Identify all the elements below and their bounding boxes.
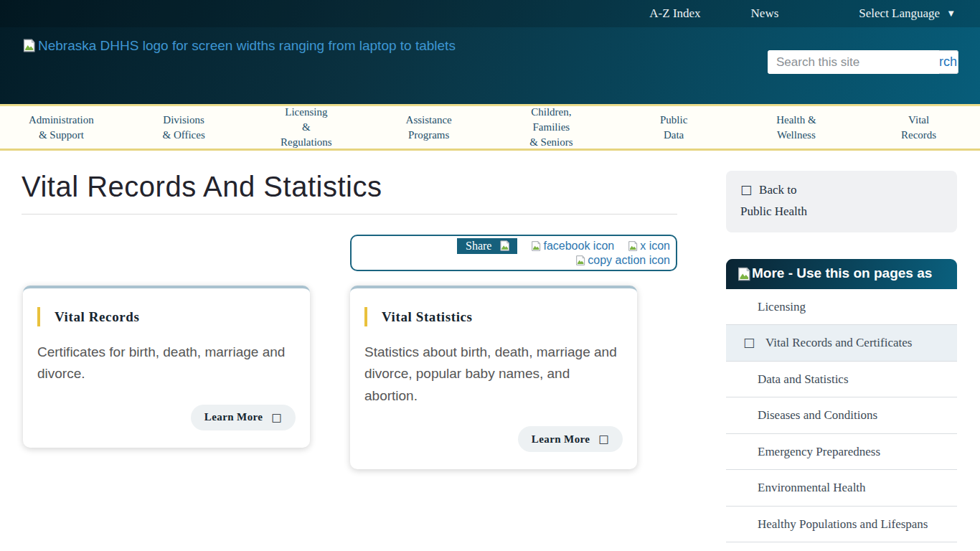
facebook-icon-alt-text: facebook icon <box>543 240 614 253</box>
page-title: Vital Records And Statistics <box>22 171 677 203</box>
vital-records-card: Vital Records Certificates for birth, de… <box>23 286 310 448</box>
broken-image-icon <box>22 37 37 54</box>
nav-divisions-offices[interactable]: Divisions & Offices <box>123 106 245 149</box>
sidebar-item-label: Environmental Health <box>758 481 866 494</box>
x-icon-alt-text: x icon <box>640 240 670 253</box>
broken-image-icon <box>499 239 511 253</box>
card-title: Vital Records <box>55 309 139 325</box>
learn-more-button[interactable]: Learn More □ <box>191 405 296 430</box>
sidebar-item-licensing[interactable]: Licensing <box>726 289 957 326</box>
sidebar-item-health-disparities[interactable]: Health Disparities <box>726 542 957 551</box>
learn-more-label: Learn More <box>532 433 590 446</box>
share-button[interactable]: Share <box>457 238 517 254</box>
language-selector-label: Select Language <box>859 6 940 21</box>
learn-more-button[interactable]: Learn More □ <box>518 426 623 452</box>
active-marker-placeholder-icon: □ <box>743 334 755 352</box>
card-grid: Vital Records Certificates for birth, de… <box>22 286 677 469</box>
sidebar-item-label: Healthy Populations and Lifespans <box>758 517 928 531</box>
copy-action-icon-alt-text: copy action icon <box>588 254 670 267</box>
gold-accent-bar <box>37 307 40 326</box>
site-header: A-Z Index News Select Language ▼ Nebrask… <box>0 0 980 104</box>
card-description: Statistics about birth, death, marriage … <box>364 342 623 407</box>
share-copy-link-button[interactable]: copy action icon <box>575 254 670 267</box>
nav-vital-records[interactable]: Vital Records <box>857 106 980 149</box>
title-divider <box>22 214 677 215</box>
news-link[interactable]: News <box>751 6 779 21</box>
sidebar-section-header: More - Use this on pages as <box>726 259 957 289</box>
brand-row: Nebraska DHHS logo for screen widths ran… <box>0 27 980 74</box>
vital-statistics-card: Vital Statistics Statistics about birth,… <box>350 286 637 469</box>
sidebar-item-label: Licensing <box>758 300 806 314</box>
nav-health-wellness[interactable]: Health & Wellness <box>735 106 858 149</box>
chevron-down-icon: ▼ <box>946 8 956 19</box>
search-input[interactable] <box>768 50 939 74</box>
sidebar-item-diseases-and-conditions[interactable]: Diseases and Conditions <box>726 397 957 434</box>
az-index-link[interactable]: A-Z Index <box>649 6 700 21</box>
main-column: Vital Records And Statistics Share faceb… <box>22 171 677 551</box>
arrow-placeholder-icon: □ <box>271 411 282 424</box>
logo-alt-text: Nebraska DHHS logo for screen widths ran… <box>38 37 456 55</box>
back-to-public-health-link[interactable]: □Back to Public Health <box>726 171 957 232</box>
share-x-button[interactable]: x icon <box>627 240 670 253</box>
search-button[interactable]: rch <box>939 55 958 70</box>
sidebar-item-label: Data and Statistics <box>758 372 849 386</box>
sidebar-item-environmental-health[interactable]: Environmental Health <box>726 470 957 507</box>
nav-public-data[interactable]: Public Data <box>613 106 735 149</box>
nav-administration-support[interactable]: Administration & Support <box>0 106 123 149</box>
arrow-placeholder-icon: □ <box>598 433 609 446</box>
nav-children-families-seniors[interactable]: Children, Families & Seniors <box>490 106 613 149</box>
main-navigation: Administration & Support Divisions & Off… <box>0 104 980 151</box>
site-logo-link[interactable]: Nebraska DHHS logo for screen widths ran… <box>22 37 456 74</box>
share-toolbar: Share facebook icon x icon c <box>350 235 677 271</box>
back-to-target-label: Public Health <box>740 204 807 218</box>
broken-image-icon <box>627 240 639 253</box>
sidebar-item-label: Emergency Preparedness <box>758 445 880 458</box>
utility-bar: A-Z Index News Select Language ▼ <box>0 0 980 27</box>
sidebar-header-alt-text: More - Use this on pages as <box>752 265 932 281</box>
right-sidebar: □Back to Public Health More - Use this o… <box>726 171 957 551</box>
sidebar-item-data-and-statistics[interactable]: Data and Statistics <box>726 362 957 398</box>
site-search: rch <box>768 50 958 74</box>
back-to-label: Back to <box>759 183 796 197</box>
sidebar-item-healthy-populations-and-lifespans[interactable]: Healthy Populations and Lifespans <box>726 507 957 543</box>
dhhs-webpage: A-Z Index News Select Language ▼ Nebrask… <box>0 0 980 551</box>
sidebar-item-vital-records-and-certificates[interactable]: □ Vital Records and Certificates <box>726 325 957 362</box>
card-title: Vital Statistics <box>382 309 473 325</box>
back-arrow-placeholder-icon: □ <box>740 182 752 197</box>
broken-image-icon <box>575 254 586 267</box>
page-content: Vital Records And Statistics Share faceb… <box>0 151 980 551</box>
broken-image-icon <box>736 265 752 283</box>
share-facebook-button[interactable]: facebook icon <box>530 240 614 253</box>
sidebar-item-label: Vital Records and Certificates <box>765 334 912 352</box>
sidebar-item-label: Diseases and Conditions <box>758 408 877 422</box>
broken-image-icon <box>530 240 542 253</box>
gold-accent-bar <box>364 307 367 326</box>
card-description: Certificates for birth, death, marriage … <box>37 342 296 385</box>
nav-assistance-programs[interactable]: Assistance Programs <box>367 106 490 149</box>
share-button-label: Share <box>466 240 491 253</box>
language-selector[interactable]: Select Language ▼ <box>859 6 956 21</box>
sidebar-item-emergency-preparedness[interactable]: Emergency Preparedness <box>726 434 957 471</box>
sidebar-nav-list: Licensing □ Vital Records and Certificat… <box>726 289 957 551</box>
nav-licensing-regulations[interactable]: Licensing & Regulations <box>245 106 368 149</box>
learn-more-label: Learn More <box>204 411 263 423</box>
